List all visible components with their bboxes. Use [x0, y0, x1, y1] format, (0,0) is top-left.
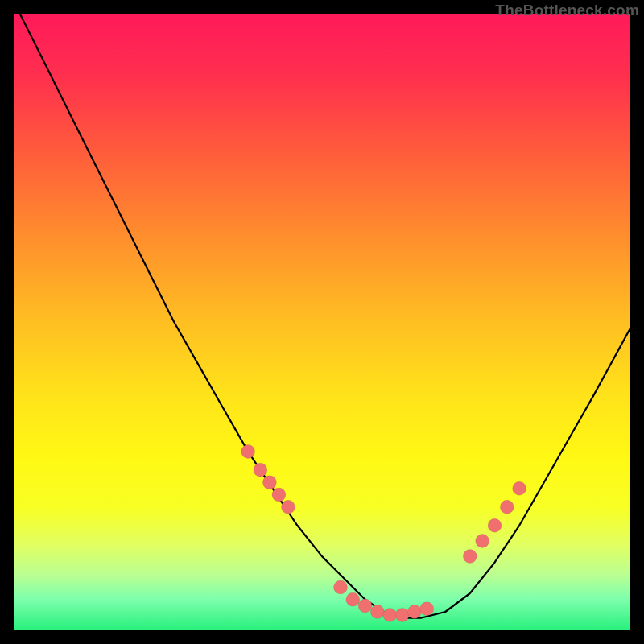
marker-dot: [262, 476, 276, 489]
marker-dot: [395, 608, 409, 621]
marker-dot: [281, 500, 295, 514]
chart-frame: TheBottleneck.com: [0, 0, 644, 644]
marker-dot: [500, 500, 514, 514]
marker-dot: [463, 550, 477, 564]
marker-dot: [420, 602, 434, 616]
marker-dot: [358, 599, 372, 613]
marker-dot: [513, 481, 526, 495]
marker-dot: [370, 605, 384, 619]
marker-dot: [272, 488, 286, 502]
marker-dot: [476, 534, 489, 547]
marker-dot: [346, 592, 360, 606]
marker-dot: [488, 518, 502, 532]
marker-dot: [254, 463, 267, 477]
marker-group: [242, 444, 526, 621]
chart-overlay: [14, 14, 630, 630]
marker-dot: [242, 444, 255, 458]
bottleneck-curve: [14, 2, 630, 618]
marker-dot: [383, 608, 397, 621]
marker-dot: [407, 605, 421, 619]
watermark-text: TheBottleneck.com: [495, 2, 639, 19]
marker-dot: [334, 580, 348, 594]
